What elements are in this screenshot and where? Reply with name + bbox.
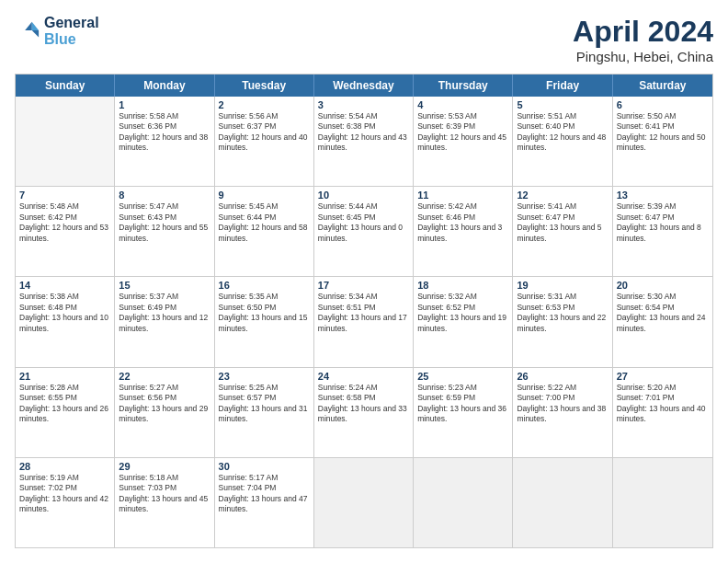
day-number: 9 xyxy=(219,190,310,201)
sunrise-text: Sunrise: 5:35 AM xyxy=(219,292,310,302)
sunset-text: Sunset: 6:37 PM xyxy=(219,121,310,132)
daylight-text: Daylight: 13 hours and 31 minutes. xyxy=(219,404,310,425)
calendar-cell: 2Sunrise: 5:56 AMSunset: 6:37 PMDaylight… xyxy=(215,97,314,186)
day-number: 16 xyxy=(219,280,310,291)
calendar-cell: 8Sunrise: 5:47 AMSunset: 6:43 PMDaylight… xyxy=(115,187,214,276)
location: Pingshu, Hebei, China xyxy=(573,49,713,64)
sunset-text: Sunset: 7:04 PM xyxy=(219,483,310,493)
calendar-cell xyxy=(513,458,612,547)
calendar-cell: 9Sunrise: 5:45 AMSunset: 6:44 PMDaylight… xyxy=(215,187,314,276)
sunrise-text: Sunrise: 5:27 AM xyxy=(119,383,210,393)
day-number: 27 xyxy=(617,371,709,382)
sunrise-text: Sunrise: 5:25 AM xyxy=(219,383,310,393)
day-number: 18 xyxy=(417,280,508,291)
day-number: 19 xyxy=(517,280,608,291)
day-number: 15 xyxy=(119,280,210,291)
day-number: 14 xyxy=(19,280,110,291)
day-number: 17 xyxy=(318,280,409,291)
daylight-text: Daylight: 13 hours and 40 minutes. xyxy=(617,404,709,425)
logo: General Blue xyxy=(15,15,99,47)
day-number: 21 xyxy=(19,371,110,382)
day-number: 7 xyxy=(19,190,110,201)
day-number: 4 xyxy=(417,99,508,110)
header-thursday: Thursday xyxy=(414,75,513,97)
sunset-text: Sunset: 6:44 PM xyxy=(219,213,310,223)
svg-marker-0 xyxy=(32,21,39,29)
sunset-text: Sunset: 6:56 PM xyxy=(119,393,210,403)
calendar-header: Sunday Monday Tuesday Wednesday Thursday… xyxy=(16,75,712,97)
sunrise-text: Sunrise: 5:47 AM xyxy=(119,201,210,212)
calendar-cell: 17Sunrise: 5:34 AMSunset: 6:51 PMDayligh… xyxy=(314,277,414,366)
day-number: 11 xyxy=(417,190,508,201)
sunset-text: Sunset: 6:43 PM xyxy=(119,213,210,223)
sunrise-text: Sunrise: 5:24 AM xyxy=(318,383,409,393)
sunset-text: Sunset: 6:57 PM xyxy=(219,393,310,403)
sunrise-text: Sunrise: 5:56 AM xyxy=(219,111,310,121)
sunset-text: Sunset: 6:55 PM xyxy=(19,393,110,403)
sunrise-text: Sunrise: 5:32 AM xyxy=(417,292,508,302)
sunset-text: Sunset: 7:03 PM xyxy=(119,483,210,493)
sunset-text: Sunset: 6:54 PM xyxy=(617,303,709,313)
header-wednesday: Wednesday xyxy=(314,75,414,97)
month-title: April 2024 xyxy=(573,15,713,49)
daylight-text: Daylight: 13 hours and 38 minutes. xyxy=(517,404,608,425)
calendar-cell: 5Sunrise: 5:51 AMSunset: 6:40 PMDaylight… xyxy=(513,97,612,186)
sunrise-text: Sunrise: 5:50 AM xyxy=(617,111,709,121)
calendar-cell: 21Sunrise: 5:28 AMSunset: 6:55 PMDayligh… xyxy=(16,368,115,457)
calendar-cell: 7Sunrise: 5:48 AMSunset: 6:42 PMDaylight… xyxy=(16,187,115,276)
header-saturday: Saturday xyxy=(613,75,712,97)
sunrise-text: Sunrise: 5:53 AM xyxy=(417,111,508,121)
day-number: 5 xyxy=(517,99,608,110)
calendar: Sunday Monday Tuesday Wednesday Thursday… xyxy=(15,74,713,548)
calendar-cell: 3Sunrise: 5:54 AMSunset: 6:38 PMDaylight… xyxy=(314,97,414,186)
sunrise-text: Sunrise: 5:20 AM xyxy=(617,383,709,393)
calendar-body: 1Sunrise: 5:58 AMSunset: 6:36 PMDaylight… xyxy=(16,97,712,547)
calendar-cell: 15Sunrise: 5:37 AMSunset: 6:49 PMDayligh… xyxy=(115,277,214,366)
daylight-text: Daylight: 13 hours and 8 minutes. xyxy=(617,223,709,244)
page: General Blue April 2024 Pingshu, Hebei, … xyxy=(0,0,728,563)
day-number: 22 xyxy=(119,371,210,382)
sunrise-text: Sunrise: 5:41 AM xyxy=(517,201,608,212)
sunset-text: Sunset: 6:40 PM xyxy=(517,121,608,132)
daylight-text: Daylight: 13 hours and 29 minutes. xyxy=(119,404,210,425)
sunrise-text: Sunrise: 5:42 AM xyxy=(417,201,508,212)
week-row-1: 1Sunrise: 5:58 AMSunset: 6:36 PMDaylight… xyxy=(16,97,712,187)
calendar-cell xyxy=(314,458,414,547)
sunset-text: Sunset: 6:38 PM xyxy=(318,121,409,132)
calendar-cell xyxy=(16,97,115,186)
calendar-cell: 24Sunrise: 5:24 AMSunset: 6:58 PMDayligh… xyxy=(314,368,414,457)
header: General Blue April 2024 Pingshu, Hebei, … xyxy=(15,15,713,64)
day-number: 30 xyxy=(219,461,310,472)
day-number: 23 xyxy=(219,371,310,382)
calendar-cell: 10Sunrise: 5:44 AMSunset: 6:45 PMDayligh… xyxy=(314,187,414,276)
calendar-cell: 12Sunrise: 5:41 AMSunset: 6:47 PMDayligh… xyxy=(513,187,612,276)
daylight-text: Daylight: 13 hours and 15 minutes. xyxy=(219,313,310,334)
sunset-text: Sunset: 6:45 PM xyxy=(318,213,409,223)
sunset-text: Sunset: 6:48 PM xyxy=(19,303,110,313)
week-row-5: 28Sunrise: 5:19 AMSunset: 7:02 PMDayligh… xyxy=(16,458,712,547)
sunset-text: Sunset: 7:00 PM xyxy=(517,393,608,403)
sunset-text: Sunset: 6:58 PM xyxy=(318,393,409,403)
sunrise-text: Sunrise: 5:28 AM xyxy=(19,383,110,393)
sunrise-text: Sunrise: 5:17 AM xyxy=(219,473,310,483)
day-number: 29 xyxy=(119,461,210,472)
calendar-cell: 11Sunrise: 5:42 AMSunset: 6:46 PMDayligh… xyxy=(414,187,513,276)
calendar-cell: 14Sunrise: 5:38 AMSunset: 6:48 PMDayligh… xyxy=(16,277,115,366)
daylight-text: Daylight: 12 hours and 53 minutes. xyxy=(19,223,110,244)
day-number: 13 xyxy=(617,190,709,201)
day-number: 20 xyxy=(617,280,709,291)
sunrise-text: Sunrise: 5:44 AM xyxy=(318,201,409,212)
daylight-text: Daylight: 12 hours and 45 minutes. xyxy=(417,132,508,154)
daylight-text: Daylight: 13 hours and 17 minutes. xyxy=(318,313,409,334)
sunset-text: Sunset: 6:59 PM xyxy=(417,393,508,403)
daylight-text: Daylight: 12 hours and 55 minutes. xyxy=(119,223,210,244)
daylight-text: Daylight: 13 hours and 36 minutes. xyxy=(417,404,508,425)
sunrise-text: Sunrise: 5:19 AM xyxy=(19,473,110,483)
calendar-cell: 19Sunrise: 5:31 AMSunset: 6:53 PMDayligh… xyxy=(513,277,612,366)
sunrise-text: Sunrise: 5:34 AM xyxy=(318,292,409,302)
sunrise-text: Sunrise: 5:37 AM xyxy=(119,292,210,302)
sunrise-text: Sunrise: 5:22 AM xyxy=(517,383,608,393)
day-number: 6 xyxy=(617,99,709,110)
sunset-text: Sunset: 6:47 PM xyxy=(617,213,709,223)
sunset-text: Sunset: 6:36 PM xyxy=(119,121,210,132)
